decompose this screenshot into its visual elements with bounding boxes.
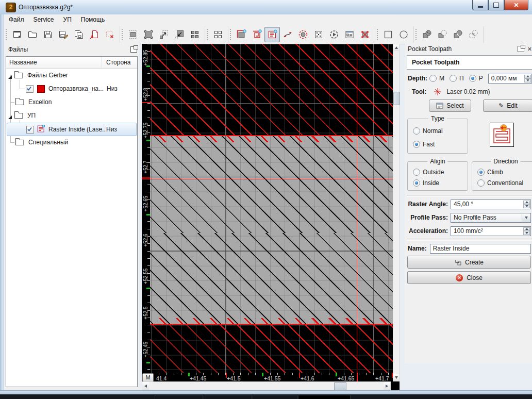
curve-toolpath-button[interactable] <box>280 27 295 42</box>
scroll-right-button[interactable] <box>384 382 390 390</box>
pattern-toolpath-button[interactable] <box>311 27 326 42</box>
pencil-icon: ✎ <box>498 102 504 109</box>
tree-item-label: Excellon <box>28 98 107 106</box>
save-all-button[interactable] <box>71 27 87 42</box>
raster-toolpath-button[interactable] <box>264 27 280 42</box>
draw-square-button[interactable] <box>380 27 396 42</box>
vertical-scroll-thumb[interactable] <box>393 92 400 105</box>
vertical-scrollbar[interactable] <box>393 44 400 381</box>
layer-checkbox[interactable] <box>26 126 34 134</box>
panel-close-icon[interactable]: ✕ <box>527 46 532 52</box>
new-file-button[interactable] <box>9 27 25 42</box>
tree-row-folder[interactable]: УП <box>7 109 137 122</box>
shape-xor-button[interactable] <box>466 27 481 42</box>
minimize-button[interactable] <box>472 0 488 10</box>
depth-м-radio[interactable]: М <box>429 75 450 82</box>
maximize-button[interactable] <box>488 0 504 10</box>
depth-п-radio[interactable]: П <box>450 75 469 82</box>
taskbar-button[interactable] <box>155 395 203 399</box>
zoom-in-button[interactable] <box>156 27 172 42</box>
panel-float-icon[interactable] <box>130 46 137 53</box>
shape-subtract-button[interactable] <box>435 27 450 42</box>
tree-row-item[interactable]: Опторазвязка_на...Низ <box>7 82 137 95</box>
horizontal-scrollbar[interactable] <box>142 381 391 390</box>
save-file-button[interactable] <box>40 27 56 42</box>
scroll-up-button[interactable] <box>393 44 399 51</box>
tiles-filled-button[interactable] <box>187 27 203 42</box>
acceleration-spinner[interactable] <box>523 227 530 235</box>
zoom-window-button[interactable] <box>141 27 156 42</box>
profile-pass-field[interactable]: No Profile Pass <box>451 213 531 223</box>
run-job-button[interactable] <box>326 27 342 42</box>
remove-layer-button[interactable] <box>102 27 118 42</box>
close-button[interactable]: ✕ <box>504 0 528 10</box>
menu-помощь[interactable]: Помощь <box>76 15 109 24</box>
tree-row-folder[interactable]: Файлы Gerber <box>7 69 137 82</box>
profile-pass-dropdown-button[interactable] <box>522 214 530 222</box>
taskbar[interactable] <box>0 394 532 399</box>
depth-value-field[interactable]: 0,000 мм <box>488 74 532 84</box>
title-bar[interactable]: 2 Опторазвязка.g2g* ✕ <box>0 0 532 15</box>
depth-spinner[interactable] <box>524 75 531 82</box>
taskbar-button[interactable] <box>298 395 351 399</box>
taskbar-button[interactable] <box>253 395 297 399</box>
expander-icon[interactable] <box>8 75 12 79</box>
toolbar-drag-handle[interactable] <box>121 28 124 41</box>
expander-icon[interactable] <box>8 115 12 119</box>
zoom-out-button[interactable] <box>172 27 187 42</box>
type-normal-radio[interactable]: Normal <box>413 127 466 135</box>
type-fast-radio[interactable]: Fast <box>413 141 466 148</box>
layer-color-swatch[interactable] <box>37 85 45 93</box>
menu-файл[interactable]: Файл <box>4 15 29 24</box>
taskbar-button[interactable] <box>204 395 252 399</box>
align-outside-radio[interactable]: Outside <box>413 169 466 176</box>
tree-row-folder[interactable]: Специальный <box>7 136 137 149</box>
tree-row-folder[interactable]: Excellon <box>7 95 137 109</box>
menu-service[interactable]: Service <box>29 15 59 24</box>
import-layer-button[interactable] <box>87 27 102 42</box>
raster-angle-field[interactable]: 45,00 ° <box>451 200 531 209</box>
save-as-button[interactable] <box>56 27 71 42</box>
horizontal-scroll-thumb[interactable] <box>334 382 346 391</box>
toolbar-drag-handle[interactable] <box>206 28 209 41</box>
job-settings-button[interactable] <box>342 27 357 42</box>
folder-icon <box>14 111 24 119</box>
menu-уп[interactable]: УП <box>59 15 76 24</box>
toolbar-drag-handle[interactable] <box>229 28 232 41</box>
toolbar-drag-handle[interactable] <box>376 28 379 41</box>
pocket-toolpath-button[interactable] <box>249 27 264 42</box>
h-ruler-label: +41.55 <box>264 375 280 381</box>
canvas-viewport[interactable] <box>150 44 393 373</box>
direction-climb-radio[interactable]: Climb <box>477 169 532 176</box>
select-tool-button[interactable]: Select <box>429 99 471 112</box>
zoom-fit-button[interactable] <box>125 27 141 42</box>
v-ruler-label: +52.8 <box>143 88 148 101</box>
create-button[interactable]: Create <box>407 256 531 269</box>
tiles-outline-button[interactable] <box>210 27 226 42</box>
shape-union-button[interactable] <box>419 27 435 42</box>
column-header-side[interactable]: Сторона <box>102 59 137 66</box>
registration-marks-button[interactable] <box>357 27 373 42</box>
tree-row-item[interactable]: Raster Inside (Lase...Низ <box>7 123 137 136</box>
close-panel-button[interactable]: ✕ Close <box>407 271 531 284</box>
scroll-down-button[interactable] <box>393 374 399 381</box>
layer-checkbox[interactable] <box>26 85 34 93</box>
scroll-left-button[interactable] <box>142 382 149 390</box>
acceleration-field[interactable]: 100 mm/c² <box>451 226 531 236</box>
raster-angle-spinner[interactable] <box>523 201 530 208</box>
open-file-button[interactable] <box>25 27 40 42</box>
align-inside-radio[interactable]: Inside <box>413 179 466 187</box>
column-header-name[interactable]: Название <box>6 57 102 68</box>
direction-conventional-radio[interactable]: Conventional <box>477 179 532 187</box>
units-button[interactable]: M <box>142 373 154 381</box>
drill-toolpath-button[interactable] <box>295 27 311 42</box>
edit-tool-button[interactable]: ✎ Edit <box>483 99 532 112</box>
toolbar-drag-handle[interactable] <box>5 28 8 41</box>
name-field[interactable]: Raster Inside <box>430 244 531 254</box>
draw-circle-button[interactable] <box>396 27 411 42</box>
profile-toolpath-button[interactable] <box>234 27 249 42</box>
depth-р-radio[interactable]: Р <box>469 75 488 82</box>
panel-float-icon[interactable] <box>518 46 524 52</box>
shape-intersect-button[interactable] <box>450 27 466 42</box>
toolbar-drag-handle[interactable] <box>415 28 418 41</box>
